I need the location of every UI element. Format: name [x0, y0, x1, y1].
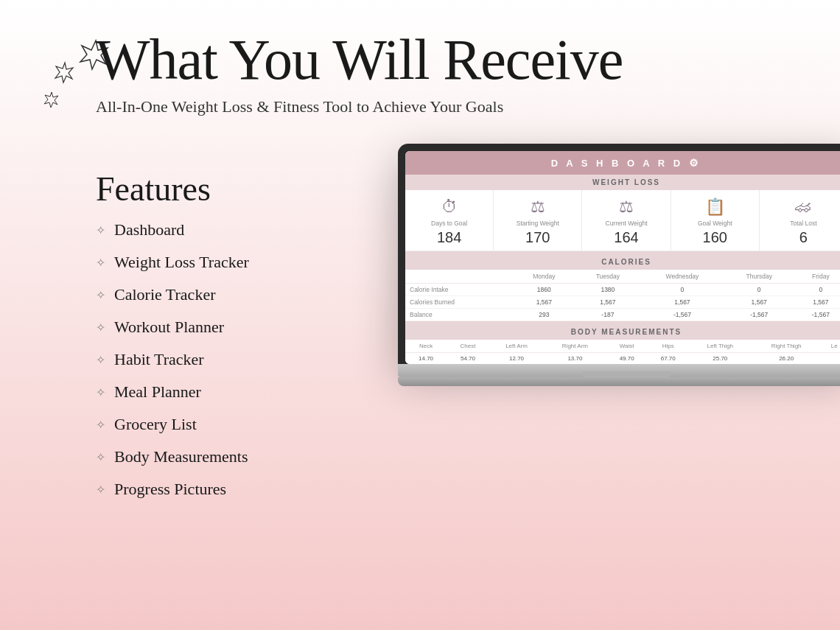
cell-value: 0: [724, 284, 794, 296]
current-weight-col: ⚖ Current Weight 164: [582, 190, 671, 251]
table-row: Calories Burned 1,567 1,567 1,567 1,567 …: [405, 296, 840, 309]
current-label: Current Weight: [585, 220, 667, 227]
col-monday: Monday: [513, 270, 575, 284]
title-section: What You Will Receive All-In-One Weight …: [96, 28, 796, 116]
diamond-icon: ✧: [96, 288, 105, 302]
list-item: ✧ Dashboard: [96, 220, 427, 239]
col-friday: Friday: [794, 270, 840, 284]
cell-value: 1,567: [513, 296, 575, 309]
cell-value: 14.70: [405, 353, 447, 365]
days-icon: ⏱: [408, 197, 490, 217]
total-lost-col: 🏎 Total Lost 6: [760, 190, 840, 251]
diamond-icon: ✧: [96, 321, 105, 335]
col-wednesday: Wednesday: [640, 270, 724, 284]
feature-label: Habit Tracker: [114, 350, 204, 369]
feature-label: Weight Loss Tracker: [114, 253, 249, 272]
current-value: 164: [585, 229, 667, 246]
page-title: What You Will Receive: [96, 28, 796, 91]
balance-icon: ⚖: [585, 197, 667, 217]
cell-value: 0: [640, 284, 724, 296]
laptop-stand: [398, 377, 840, 386]
list-item: ✧ Grocery List: [96, 415, 427, 434]
feature-label: Dashboard: [114, 220, 184, 239]
cell-value: 49.70: [606, 353, 648, 365]
measurements-table: Neck Chest Left Arm Right Arm Waist Hips…: [405, 340, 840, 364]
cell-value: 1,567: [575, 296, 641, 309]
col-left-thigh: Left Thigh: [689, 340, 752, 353]
cell-value: 54.70: [447, 353, 489, 365]
weight-loss-row: ⏱ Days to Goal 184 ⚖ Starting Weight 170…: [405, 190, 840, 251]
dashboard-header: D A S H B O A R D ⚙: [405, 151, 840, 175]
cell-value: 1,567: [724, 296, 794, 309]
list-item: ✧ Body Measurements: [96, 447, 427, 466]
col-empty: [405, 270, 513, 284]
cell-value: 1,567: [794, 296, 840, 309]
col-waist: Waist: [606, 340, 648, 353]
col-neck: Neck: [405, 340, 447, 353]
cell-value: 26.20: [752, 353, 822, 365]
row-label: Calorie Intake: [405, 284, 513, 296]
list-item: ✧ Calorie Tracker: [96, 285, 427, 304]
calories-table: Monday Tuesday Wednesday Thursday Friday…: [405, 270, 840, 321]
page-subtitle: All-In-One Weight Loss & Fitness Tool to…: [96, 97, 796, 116]
feature-label: Workout Planner: [114, 318, 224, 337]
scale-icon: ⚖: [497, 197, 578, 217]
table-row: Calorie Intake 1860 1380 0 0 0: [405, 284, 840, 296]
calories-header: CALORIES: [405, 254, 840, 270]
list-item: ✧ Meal Planner: [96, 382, 427, 402]
total-label: Total Lost: [763, 220, 840, 227]
starting-weight-col: ⚖ Starting Weight 170: [494, 190, 582, 251]
diamond-icon: ✧: [96, 418, 105, 432]
feature-label: Calorie Tracker: [114, 285, 215, 304]
cell-value: [822, 353, 840, 365]
feature-label: Body Measurements: [114, 447, 248, 466]
goal-value: 160: [674, 229, 756, 246]
goal-weight-col: 📋 Goal Weight 160: [671, 190, 760, 251]
list-item: ✧ Habit Tracker: [96, 350, 427, 369]
feature-label: Progress Pictures: [114, 480, 226, 499]
days-label: Days to Goal: [408, 220, 490, 227]
total-value: 6: [763, 229, 840, 246]
speed-icon: 🏎: [763, 197, 840, 217]
col-tuesday: Tuesday: [575, 270, 641, 284]
list-item: ✧ Progress Pictures: [96, 480, 427, 499]
diamond-icon: ✧: [96, 256, 105, 270]
cell-value: 1860: [513, 284, 575, 296]
laptop-body: D A S H B O A R D ⚙ WEIGHT LOSS ⏱ Days t…: [398, 144, 840, 364]
diamond-icon: ✧: [96, 353, 105, 367]
cell-value: 67.70: [648, 353, 689, 365]
starting-value: 170: [497, 229, 578, 246]
dashboard-title: D A S H B O A R D: [551, 158, 683, 169]
goal-label: Goal Weight: [674, 220, 756, 227]
calories-header-row: Monday Tuesday Wednesday Thursday Friday: [405, 270, 840, 284]
cell-value: 1,567: [640, 296, 724, 309]
feature-label: Meal Planner: [114, 382, 201, 402]
cell-value: 1380: [575, 284, 641, 296]
cell-value: -1,567: [724, 309, 794, 321]
settings-icon: ⚙: [689, 157, 701, 169]
col-left-arm: Left Arm: [489, 340, 544, 353]
col-right-arm: Right Arm: [544, 340, 606, 353]
cell-value: 13.70: [544, 353, 606, 365]
measurements-header: BODY MEASUREMENTS: [405, 324, 840, 340]
diamond-icon: ✧: [96, 385, 105, 399]
row-label: Calories Burned: [405, 296, 513, 309]
diamond-icon: ✧: [96, 223, 105, 237]
table-row: Balance 293 -187 -1,567 -1,567 -1,567: [405, 309, 840, 321]
features-heading: Features: [96, 169, 427, 209]
row-label: Balance: [405, 309, 513, 321]
starting-label: Starting Weight: [497, 220, 578, 227]
cell-value: 25.70: [689, 353, 752, 365]
dashboard: D A S H B O A R D ⚙ WEIGHT LOSS ⏱ Days t…: [405, 151, 840, 364]
laptop-screen: D A S H B O A R D ⚙ WEIGHT LOSS ⏱ Days t…: [405, 151, 840, 364]
measurements-header-row: Neck Chest Left Arm Right Arm Waist Hips…: [405, 340, 840, 353]
col-hips: Hips: [648, 340, 689, 353]
weight-loss-header: WEIGHT LOSS: [405, 175, 840, 190]
days-to-goal-col: ⏱ Days to Goal 184: [405, 190, 494, 251]
laptop-mockup: D A S H B O A R D ⚙ WEIGHT LOSS ⏱ Days t…: [398, 144, 840, 386]
cell-value: 12.70: [489, 353, 544, 365]
cell-value: -1,567: [640, 309, 724, 321]
cell-value: 0: [794, 284, 840, 296]
cell-value: -187: [575, 309, 641, 321]
cell-value: -1,567: [794, 309, 840, 321]
